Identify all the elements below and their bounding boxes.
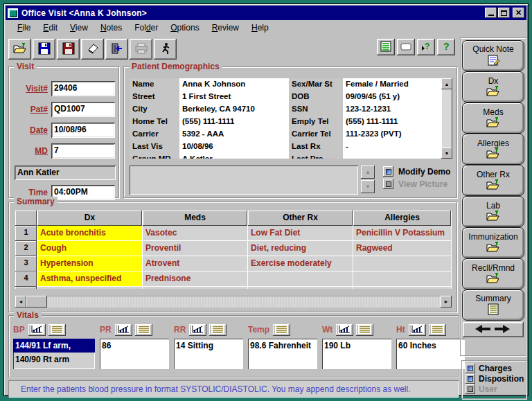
ht-graph-button[interactable] [409,324,426,336]
summary-row[interactable]: 4Asthma, unspecifiedPrednisone [15,271,452,287]
window-title: Office Visit <Anna K Johnson> [21,8,484,18]
md-name-field: Ann Katler [15,166,116,180]
spinner-down-icon[interactable]: ▼ [361,180,375,193]
toolbar-help-icon[interactable]: ? [437,39,455,55]
maximize-button[interactable] [498,8,510,18]
vital-pr-input[interactable]: 86 [100,339,169,369]
scroll-up-icon[interactable]: ▲ [441,78,452,89]
close-button[interactable]: ✕ [513,8,524,18]
list-lines-icon [137,325,150,335]
scroll-thumb[interactable] [26,296,47,308]
toolbar-list-green-icon[interactable] [377,39,395,55]
minimize-icon [488,15,494,16]
sidebar-recll-rmnd-button[interactable]: Recll/Rmnd [462,258,524,289]
scroll-down-icon[interactable]: ▼ [441,148,452,159]
toolbar-save-red-floppy-icon[interactable] [57,39,80,60]
time-input[interactable]: 04:00PM [51,185,115,200]
temp-list-button[interactable] [273,324,290,336]
sidebar-immunization-button[interactable]: Immunization [462,227,524,258]
visit-date-input[interactable]: 10/08/96 [51,123,115,138]
summary-title: Summary [14,197,57,206]
visit-pat-input[interactable]: QD1007 [51,102,115,117]
bp-list-button[interactable] [48,324,66,336]
toolbar-eraser-icon[interactable] [81,39,104,60]
toolbar-exit-door-icon[interactable] [105,39,128,60]
sidebar-allergies-button[interactable]: Allergies [462,134,524,165]
sidebar-prev-next-button[interactable] [463,322,524,337]
vitals-panel: Vitals BP144/91 Lf arm,140/90 Rt armPR86… [8,315,459,377]
summary-hscrollbar[interactable]: ◄ ► [15,296,452,308]
list-lines-icon [51,325,64,335]
bp-graph-button[interactable] [28,324,46,336]
prev-next-arrows-icon [474,324,513,335]
rr-list-button[interactable] [209,324,227,336]
list-lines-icon [275,325,288,335]
summary-table: DxMedsOther RxAllergies1Acute bronchitis… [15,211,452,289]
summary-row[interactable]: 2CoughProventilDiet, reducingRagweedE [15,241,452,256]
modify-demo-icon[interactable] [383,166,393,177]
vital-ht-input[interactable]: 60 Inches [396,339,465,369]
charges-button[interactable]: Charges [466,364,526,373]
toolbar-card-icon[interactable] [397,39,415,55]
menu-file[interactable]: File [11,21,37,34]
vital-pr: PR86 [100,323,169,369]
column-allergies: Allergies [353,211,452,226]
scroll-left-icon[interactable]: ◄ [15,296,26,308]
menu-edit[interactable]: Edit [37,21,64,34]
toolbar-save-floppy-icon[interactable] [33,39,55,60]
spinner-up-icon[interactable]: ▲ [361,166,375,179]
menu-review[interactable]: Review [206,21,245,34]
vital-rr-input[interactable]: 14 Sitting [174,339,243,369]
demographics-scrollbar[interactable]: ▲ ▼ [441,78,452,159]
sidebar-meds-button[interactable]: Meds [462,103,524,134]
menu-options[interactable]: Options [164,21,205,34]
ht-list-button[interactable] [429,324,446,336]
card-icon [400,42,412,53]
summary-row[interactable]: 3HypertensionAtroventExercise moderately… [15,256,452,271]
sidebar-summary-button[interactable]: Summary [462,289,524,321]
visit-md-input[interactable]: 7 [51,143,115,159]
charges-icon[interactable] [466,364,475,373]
view-picture-label: View Picture [398,179,447,189]
graph-icon [30,325,44,335]
pr-graph-button[interactable] [115,324,132,336]
sidebar-other-rx-button[interactable]: Other Rx [462,165,524,196]
wt-graph-button[interactable] [336,324,353,336]
toolbar-open-folder-icon[interactable] [8,39,31,60]
list-lines-icon [431,325,444,335]
rr-graph-button[interactable] [189,324,206,336]
title-bar: Office Visit <Anna K Johnson> ✕ [6,6,526,20]
vital-temp-input[interactable]: 98.6 Fahrenheit [248,339,317,369]
scroll-right-icon[interactable]: ► [441,296,452,308]
toolbar-running-man-icon[interactable] [154,39,177,60]
vital-bp-input[interactable]: 144/91 Lf arm,140/90 Rt arm [13,339,95,369]
minimize-button[interactable] [485,8,497,18]
sidebar-dx-button[interactable]: Dx [462,71,524,103]
pr-list-button[interactable] [135,324,152,336]
sidebar-quick-note-button[interactable]: Quick Note [462,40,524,71]
menu-help[interactable]: Help [245,21,275,34]
demographics-table: NameAnna K JohnsonSex/Mar StFemale / Mar… [130,78,452,159]
toolbar-printer-icon[interactable] [130,39,152,60]
menu-view[interactable]: View [64,21,94,34]
demographics-notes[interactable] [130,166,358,195]
menu-folder[interactable]: Folder [128,21,164,34]
wt-list-button[interactable] [356,324,373,336]
vital-wt-label: Wt [322,325,332,335]
disposition-icon[interactable] [466,374,475,384]
summary-header-row: DxMedsOther RxAllergies [15,211,452,226]
modify-demo-button[interactable]: Modify Demo [383,166,450,177]
visit-pat-label: Pat# [12,105,48,114]
demographics-row: Home Tel(555) 111-1111Emply Tel(555) 111… [130,116,452,128]
vital-bp-label: BP [13,325,25,335]
summary-row[interactable]: 1Acute bronchitisVasotecLow Fat DietPeni… [15,226,452,241]
demographics-row: Street1 First StreetDOB09/09/45 (51 y) [130,91,452,103]
visit-visit-input[interactable]: 29406 [51,81,115,96]
disposition-button[interactable]: Disposition [466,374,526,384]
vital-wt-input[interactable]: 190 Lb [322,339,391,369]
view-picture-icon [383,179,393,189]
toolbar-help-pointer-icon[interactable]: ? [417,39,435,55]
sidebar-lab-button[interactable]: Lab [462,196,524,227]
menu-notes[interactable]: Notes [94,21,128,34]
list-icon [486,303,500,317]
